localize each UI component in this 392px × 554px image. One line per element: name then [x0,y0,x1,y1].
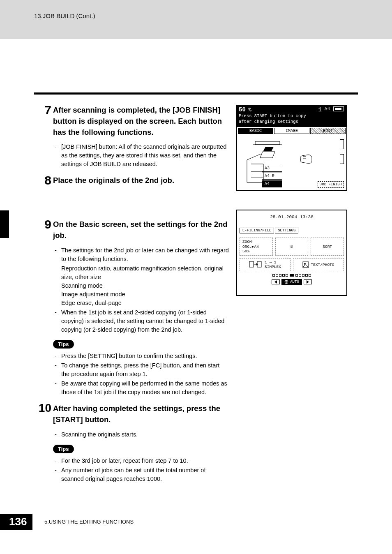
tip-item: Be aware that copying will be performed … [53,379,229,397]
paper-option-a3[interactable]: A3 [262,165,282,172]
lcd-screenshot-1: 50 % 1 A4 Press START button to copy aft… [236,105,347,191]
content-area: 7 After scanning is completed, the [JOB … [0,39,392,554]
tip-item: For the 3rd job or later, repeat from st… [53,457,229,465]
tab-basic[interactable]: BASIC [238,128,273,134]
lcd-tabs: BASIC IMAGE EDIT [238,128,346,134]
tab-edit[interactable]: EDIT [310,128,346,134]
tip-item: Press the [SETTING] button to confirm th… [53,352,229,360]
textphoto-icon [302,261,309,268]
step-number: 8 [34,173,51,187]
step-8: 8 Place the originals of the 2nd job. [34,175,229,186]
status-message: after changing settings [239,120,345,125]
density-pager [237,274,346,277]
svg-marker-2 [263,147,274,151]
page-footer: 136 5.USING THE EDITING FUNCTIONS [0,514,392,529]
paper-option-a4-selected[interactable]: A4 [262,180,282,187]
tip-item: To change the settings, press the [FC] b… [53,361,229,379]
step-number: 9 [34,217,51,231]
step-title: After having completed the settings, pre… [53,403,229,425]
bullet-item: [JOB FINISH] button: All of the scanned … [53,143,229,169]
triangle-left-icon [274,280,277,284]
zoom-value: 50 [239,106,246,113]
step-number: 10 [34,402,51,415]
sub-item: Reproduction ratio, automatic magnificat… [61,264,229,282]
simplex-cell[interactable]: 1 → 1 SIMPLEX [240,258,291,271]
auto-label: AUTO [290,280,299,284]
paper-option-a4r[interactable]: A4-R [262,173,282,180]
status-message: Press START button to copy [239,114,345,119]
page-number: 136 [0,514,32,530]
horizontal-rule [34,92,358,95]
duplex-icon [249,261,263,269]
textphoto-label: TEXT/PHOTO [311,263,334,267]
bullet-item: Scanning the originals starts. [53,430,229,439]
lcd-screenshot-2: 28.01.2004 13:38 E-FILING/FILE SETTINGS … [236,210,347,296]
job-finish-button[interactable]: JOB FINISH [318,181,344,188]
step-number: 7 [34,103,51,117]
auto-globe-icon [284,280,288,284]
right-column: 50 % 1 A4 Press START button to copy aft… [236,105,347,296]
left-column: 7 After scanning is completed, the [JOB … [34,105,229,490]
footer-chapter: 5.USING THE EDITING FUNCTIONS [44,519,134,525]
density-dots-left [272,274,288,277]
step-10: 10 After having completed the settings, … [34,403,229,483]
svg-point-17 [304,263,306,265]
tips-label: Tips [53,340,74,349]
lcd-body: A3 A4-R A4 JOB FINISH [237,136,346,190]
zoom-cell[interactable]: ZOOM ORG.▶A4 50% [240,238,273,256]
tips-label: Tips [53,445,74,453]
simplex-label: 1 → 1 SIMPLEX [265,260,281,269]
sub-item: Image adjustment mode [61,290,229,299]
triangle-right-icon [307,280,309,284]
bullet-item: The settings for the 2nd job or later ca… [53,246,229,263]
sub-item: Edge erase, dual-page [61,299,229,307]
percent-icon: % [248,107,251,113]
paper-size: A4 [325,106,330,111]
page-header: 13.JOB BUILD (Cont.) [34,12,95,19]
step-title: After scanning is completed, the [JOB FI… [53,105,229,138]
textphoto-cell[interactable]: TEXT/PHOTO [293,258,344,271]
density-dots-right [295,274,311,277]
density-lighter-button[interactable] [272,279,280,284]
side-slots-icon [340,139,344,169]
finisher-cell[interactable]: ⎚ [275,238,309,256]
density-darker-button[interactable] [304,279,312,284]
svg-rect-13 [249,261,254,267]
lcd-tabs: E-FILING/FILE SETTINGS [240,228,344,233]
step-title: Place the originals of the 2nd job. [53,175,229,186]
step-9: 9 On the Basic screen, set the settings … [34,219,229,397]
lcd-status-bar: 50 % 1 A4 Press START button to copy aft… [237,106,346,127]
density-auto-button[interactable]: AUTO [281,279,302,285]
tip-item: Any number of jobs can be set until the … [53,466,229,483]
tab-efiling-file[interactable]: E-FILING/FILE [240,228,274,233]
settings-grid: ZOOM ORG.▶A4 50% ⎚ SORT 1 → 1 SIMPLEX [240,238,344,271]
tray-icon [333,106,344,111]
pointing-hand-icon [299,152,315,166]
bullet-item: When the 1st job is set and 2-sided copy… [53,308,229,334]
sub-item: Scanning mode [61,282,229,290]
chapter-thumb-tab [0,210,9,238]
svg-marker-3 [260,152,275,158]
copy-count: 1 [318,106,322,113]
step-title: On the Basic screen, set the settings fo… [53,219,229,241]
svg-rect-0 [255,141,280,145]
tab-image[interactable]: IMAGE [274,128,309,134]
lcd-datetime: 28.01.2004 13:38 [237,215,346,219]
sort-cell[interactable]: SORT [311,238,344,256]
step-7: 7 After scanning is completed, the [JOB … [34,105,229,169]
density-pointer-icon [290,274,294,277]
density-controls: AUTO [237,279,346,285]
svg-line-4 [247,154,261,160]
paper-size-list: A3 A4-R A4 [262,165,282,188]
tab-settings[interactable]: SETTINGS [275,228,298,233]
